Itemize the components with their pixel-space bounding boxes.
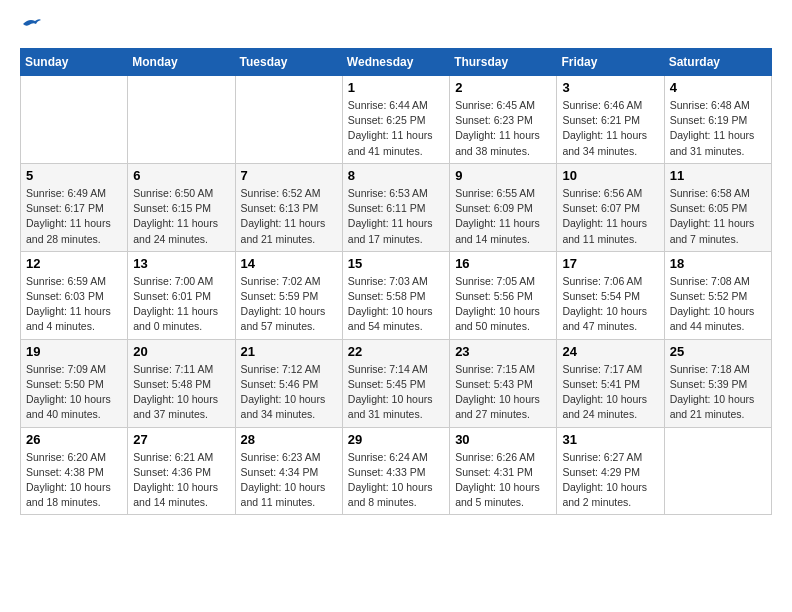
calendar-day-11: 11Sunrise: 6:58 AM Sunset: 6:05 PM Dayli… bbox=[664, 163, 771, 251]
day-number: 28 bbox=[241, 432, 337, 447]
calendar-day-26: 26Sunrise: 6:20 AM Sunset: 4:38 PM Dayli… bbox=[21, 427, 128, 515]
day-info: Sunrise: 6:27 AM Sunset: 4:29 PM Dayligh… bbox=[562, 450, 658, 511]
day-info: Sunrise: 6:56 AM Sunset: 6:07 PM Dayligh… bbox=[562, 186, 658, 247]
day-info: Sunrise: 7:06 AM Sunset: 5:54 PM Dayligh… bbox=[562, 274, 658, 335]
calendar-day-15: 15Sunrise: 7:03 AM Sunset: 5:58 PM Dayli… bbox=[342, 251, 449, 339]
day-number: 24 bbox=[562, 344, 658, 359]
day-info: Sunrise: 6:45 AM Sunset: 6:23 PM Dayligh… bbox=[455, 98, 551, 159]
day-number: 14 bbox=[241, 256, 337, 271]
day-info: Sunrise: 6:52 AM Sunset: 6:13 PM Dayligh… bbox=[241, 186, 337, 247]
day-number: 18 bbox=[670, 256, 766, 271]
day-number: 15 bbox=[348, 256, 444, 271]
day-number: 1 bbox=[348, 80, 444, 95]
day-info: Sunrise: 7:00 AM Sunset: 6:01 PM Dayligh… bbox=[133, 274, 229, 335]
day-info: Sunrise: 7:12 AM Sunset: 5:46 PM Dayligh… bbox=[241, 362, 337, 423]
calendar-day-30: 30Sunrise: 6:26 AM Sunset: 4:31 PM Dayli… bbox=[450, 427, 557, 515]
day-number: 21 bbox=[241, 344, 337, 359]
day-info: Sunrise: 6:50 AM Sunset: 6:15 PM Dayligh… bbox=[133, 186, 229, 247]
calendar-day-13: 13Sunrise: 7:00 AM Sunset: 6:01 PM Dayli… bbox=[128, 251, 235, 339]
day-number: 4 bbox=[670, 80, 766, 95]
day-info: Sunrise: 7:15 AM Sunset: 5:43 PM Dayligh… bbox=[455, 362, 551, 423]
day-info: Sunrise: 6:20 AM Sunset: 4:38 PM Dayligh… bbox=[26, 450, 122, 511]
calendar-day-18: 18Sunrise: 7:08 AM Sunset: 5:52 PM Dayli… bbox=[664, 251, 771, 339]
day-number: 25 bbox=[670, 344, 766, 359]
day-number: 27 bbox=[133, 432, 229, 447]
day-info: Sunrise: 6:58 AM Sunset: 6:05 PM Dayligh… bbox=[670, 186, 766, 247]
calendar-week-row: 1Sunrise: 6:44 AM Sunset: 6:25 PM Daylig… bbox=[21, 76, 772, 164]
calendar-day-4: 4Sunrise: 6:48 AM Sunset: 6:19 PM Daylig… bbox=[664, 76, 771, 164]
day-info: Sunrise: 6:59 AM Sunset: 6:03 PM Dayligh… bbox=[26, 274, 122, 335]
calendar-day-14: 14Sunrise: 7:02 AM Sunset: 5:59 PM Dayli… bbox=[235, 251, 342, 339]
calendar-day-7: 7Sunrise: 6:52 AM Sunset: 6:13 PM Daylig… bbox=[235, 163, 342, 251]
calendar-week-row: 12Sunrise: 6:59 AM Sunset: 6:03 PM Dayli… bbox=[21, 251, 772, 339]
calendar-day-8: 8Sunrise: 6:53 AM Sunset: 6:11 PM Daylig… bbox=[342, 163, 449, 251]
day-number: 11 bbox=[670, 168, 766, 183]
calendar-week-row: 5Sunrise: 6:49 AM Sunset: 6:17 PM Daylig… bbox=[21, 163, 772, 251]
day-info: Sunrise: 7:03 AM Sunset: 5:58 PM Dayligh… bbox=[348, 274, 444, 335]
calendar-day-22: 22Sunrise: 7:14 AM Sunset: 5:45 PM Dayli… bbox=[342, 339, 449, 427]
calendar-header-saturday: Saturday bbox=[664, 49, 771, 76]
day-number: 12 bbox=[26, 256, 122, 271]
calendar-week-row: 19Sunrise: 7:09 AM Sunset: 5:50 PM Dayli… bbox=[21, 339, 772, 427]
day-info: Sunrise: 6:55 AM Sunset: 6:09 PM Dayligh… bbox=[455, 186, 551, 247]
day-number: 23 bbox=[455, 344, 551, 359]
calendar-header-tuesday: Tuesday bbox=[235, 49, 342, 76]
calendar-day-20: 20Sunrise: 7:11 AM Sunset: 5:48 PM Dayli… bbox=[128, 339, 235, 427]
day-info: Sunrise: 7:09 AM Sunset: 5:50 PM Dayligh… bbox=[26, 362, 122, 423]
calendar-day-23: 23Sunrise: 7:15 AM Sunset: 5:43 PM Dayli… bbox=[450, 339, 557, 427]
day-info: Sunrise: 6:24 AM Sunset: 4:33 PM Dayligh… bbox=[348, 450, 444, 511]
calendar-day-24: 24Sunrise: 7:17 AM Sunset: 5:41 PM Dayli… bbox=[557, 339, 664, 427]
day-info: Sunrise: 6:21 AM Sunset: 4:36 PM Dayligh… bbox=[133, 450, 229, 511]
day-info: Sunrise: 6:53 AM Sunset: 6:11 PM Dayligh… bbox=[348, 186, 444, 247]
day-info: Sunrise: 6:26 AM Sunset: 4:31 PM Dayligh… bbox=[455, 450, 551, 511]
calendar-day-28: 28Sunrise: 6:23 AM Sunset: 4:34 PM Dayli… bbox=[235, 427, 342, 515]
calendar-header-monday: Monday bbox=[128, 49, 235, 76]
calendar-day-5: 5Sunrise: 6:49 AM Sunset: 6:17 PM Daylig… bbox=[21, 163, 128, 251]
day-info: Sunrise: 7:08 AM Sunset: 5:52 PM Dayligh… bbox=[670, 274, 766, 335]
day-number: 22 bbox=[348, 344, 444, 359]
calendar-day-19: 19Sunrise: 7:09 AM Sunset: 5:50 PM Dayli… bbox=[21, 339, 128, 427]
calendar-empty-cell bbox=[235, 76, 342, 164]
day-number: 5 bbox=[26, 168, 122, 183]
day-info: Sunrise: 7:14 AM Sunset: 5:45 PM Dayligh… bbox=[348, 362, 444, 423]
day-number: 9 bbox=[455, 168, 551, 183]
calendar-day-21: 21Sunrise: 7:12 AM Sunset: 5:46 PM Dayli… bbox=[235, 339, 342, 427]
calendar-header-wednesday: Wednesday bbox=[342, 49, 449, 76]
day-number: 29 bbox=[348, 432, 444, 447]
day-number: 31 bbox=[562, 432, 658, 447]
calendar-day-12: 12Sunrise: 6:59 AM Sunset: 6:03 PM Dayli… bbox=[21, 251, 128, 339]
calendar-day-31: 31Sunrise: 6:27 AM Sunset: 4:29 PM Dayli… bbox=[557, 427, 664, 515]
calendar-empty-cell bbox=[664, 427, 771, 515]
day-info: Sunrise: 7:05 AM Sunset: 5:56 PM Dayligh… bbox=[455, 274, 551, 335]
logo-bird-icon bbox=[21, 16, 43, 34]
day-number: 13 bbox=[133, 256, 229, 271]
day-info: Sunrise: 6:44 AM Sunset: 6:25 PM Dayligh… bbox=[348, 98, 444, 159]
calendar-day-29: 29Sunrise: 6:24 AM Sunset: 4:33 PM Dayli… bbox=[342, 427, 449, 515]
day-number: 2 bbox=[455, 80, 551, 95]
calendar-header-thursday: Thursday bbox=[450, 49, 557, 76]
day-number: 6 bbox=[133, 168, 229, 183]
calendar-day-1: 1Sunrise: 6:44 AM Sunset: 6:25 PM Daylig… bbox=[342, 76, 449, 164]
page-header bbox=[20, 20, 772, 32]
calendar-day-3: 3Sunrise: 6:46 AM Sunset: 6:21 PM Daylig… bbox=[557, 76, 664, 164]
day-info: Sunrise: 6:46 AM Sunset: 6:21 PM Dayligh… bbox=[562, 98, 658, 159]
day-info: Sunrise: 7:11 AM Sunset: 5:48 PM Dayligh… bbox=[133, 362, 229, 423]
day-number: 26 bbox=[26, 432, 122, 447]
day-number: 17 bbox=[562, 256, 658, 271]
calendar-day-16: 16Sunrise: 7:05 AM Sunset: 5:56 PM Dayli… bbox=[450, 251, 557, 339]
calendar-empty-cell bbox=[128, 76, 235, 164]
day-info: Sunrise: 6:23 AM Sunset: 4:34 PM Dayligh… bbox=[241, 450, 337, 511]
calendar-empty-cell bbox=[21, 76, 128, 164]
day-info: Sunrise: 6:49 AM Sunset: 6:17 PM Dayligh… bbox=[26, 186, 122, 247]
calendar-header-row: SundayMondayTuesdayWednesdayThursdayFrid… bbox=[21, 49, 772, 76]
day-info: Sunrise: 7:02 AM Sunset: 5:59 PM Dayligh… bbox=[241, 274, 337, 335]
calendar-table: SundayMondayTuesdayWednesdayThursdayFrid… bbox=[20, 48, 772, 515]
day-number: 3 bbox=[562, 80, 658, 95]
calendar-day-2: 2Sunrise: 6:45 AM Sunset: 6:23 PM Daylig… bbox=[450, 76, 557, 164]
calendar-header-sunday: Sunday bbox=[21, 49, 128, 76]
day-number: 19 bbox=[26, 344, 122, 359]
day-number: 7 bbox=[241, 168, 337, 183]
calendar-day-25: 25Sunrise: 7:18 AM Sunset: 5:39 PM Dayli… bbox=[664, 339, 771, 427]
calendar-day-10: 10Sunrise: 6:56 AM Sunset: 6:07 PM Dayli… bbox=[557, 163, 664, 251]
calendar-day-17: 17Sunrise: 7:06 AM Sunset: 5:54 PM Dayli… bbox=[557, 251, 664, 339]
